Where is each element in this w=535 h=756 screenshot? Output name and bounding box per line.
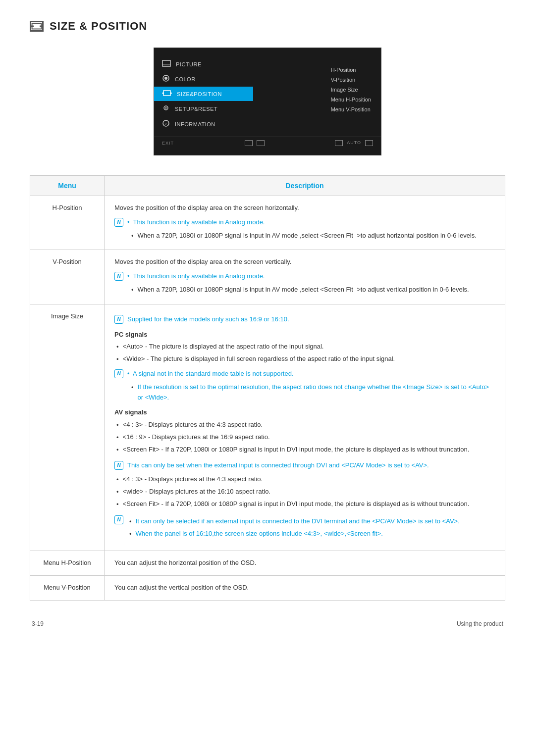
desc-cell-menuvpos: You can adjust the vertical position of … (105, 576, 505, 601)
osd-sub-vpos: V-Position (331, 77, 371, 83)
av2-bullet-wide: <wide> - Displays pictures at the 16:10 … (114, 487, 495, 498)
note-icon-hpos: N (114, 218, 123, 227)
table-row-menuvpos: Menu V-Position You can adjust the verti… (30, 576, 505, 601)
osd-auto-label: AUTO (347, 140, 361, 146)
osd-picture-label: PICTURE (176, 61, 230, 67)
footer-page-number: 3-19 (32, 620, 44, 627)
av-signals-heading: AV signals (114, 407, 495, 418)
final-note-list: It can only be selected if an external i… (127, 515, 460, 541)
osd-nav-icon-1 (245, 140, 253, 146)
av-signals-list-2: <4 : 3> - Displays pictures at the 4:3 a… (114, 474, 495, 509)
note-text-signal: • A signal not in the standard mode tabl… (127, 369, 294, 379)
note-text-dvi: This can only be set when the external i… (127, 460, 429, 471)
col-header-description: Description (105, 176, 505, 196)
svg-text:i: i (165, 121, 167, 126)
pc-signals-heading: PC signals (114, 330, 495, 340)
av2-bullet-43: <4 : 3> - Displays pictures at the 4:3 a… (114, 474, 495, 485)
svg-rect-0 (32, 24, 42, 29)
imgsize-note-wide: N Supplied for the wide models only such… (114, 314, 495, 325)
main-table: Menu Description H-Position Moves the po… (30, 175, 505, 601)
table-row-imagesize: Image Size N Supplied for the wide model… (30, 304, 505, 551)
av-bullet-169: <16 : 9> - Displays pictures at the 16:9… (114, 432, 495, 443)
table-row-hposition: H-Position Moves the position of the dis… (30, 196, 505, 250)
svg-rect-3 (162, 60, 170, 66)
av-signals-list: <4 : 3> - Displays pictures at the 4:3 a… (114, 420, 495, 455)
osd-item-picture: PICTURE (154, 57, 253, 71)
note-icon-dvi: N (114, 461, 123, 470)
desc-cell-menuhpos: You can adjust the horizontal position o… (105, 551, 505, 576)
table-row-vposition: V-Position Moves the position of the dis… (30, 250, 505, 304)
osd-submenu: H-Position V-Position Image Size Menu H-… (321, 57, 381, 122)
osd-setup-label: SETUP&RESET (175, 106, 229, 112)
signal-sub-list: If the resolution is set to the optimal … (114, 382, 495, 403)
svg-point-6 (164, 77, 167, 80)
note-icon-final: N (114, 515, 123, 524)
desc-cell-imagesize: N Supplied for the wide models only such… (105, 304, 505, 551)
imgsize-note-signal: N • A signal not in the standard mode ta… (114, 369, 495, 403)
osd-nav-icons-right: AUTO (335, 140, 373, 146)
svg-rect-7 (163, 91, 170, 96)
osd-info-label: INFORMATION (175, 121, 229, 127)
osd-sub-hpos: H-Position (331, 67, 371, 73)
osd-exit-label: EXIT (162, 141, 174, 146)
note-icon-signal: N (114, 369, 123, 378)
menu-cell-imagesize: Image Size (30, 304, 105, 551)
imgsize-note-final: N It can only be selected if an external… (114, 515, 495, 541)
osd-menu: PICTURE COLOR SIZE&POSITION (154, 48, 381, 155)
hpos-bullet-1: When a 720P, 1080i or 1080P signal is in… (129, 231, 495, 242)
av2-bullet-screenfit: <Screen Fit> - If a 720P, 1080i or 1080P… (114, 499, 495, 510)
menu-cell-vposition: V-Position (30, 250, 105, 304)
osd-nav-icon-3 (335, 140, 343, 146)
vpos-bullet-1: When a 720P, 1080i or 1080P signal is in… (129, 285, 495, 296)
osd-nav-icon-4 (365, 140, 373, 146)
osd-sub-menuhpos: Menu H-Position (331, 97, 371, 102)
size-icon (162, 90, 172, 98)
final-note-2: When the panel is of 16:10,the screen si… (127, 529, 460, 540)
vpos-note-text: • This function is only available in Ana… (127, 271, 265, 282)
pc-signals-list: <Auto> - The picture is displayed at the… (114, 342, 495, 365)
note-icon-wide: N (114, 315, 123, 324)
desc-cell-vposition: Moves the position of the display area o… (105, 250, 505, 304)
info-icon: i (162, 119, 170, 129)
av-bullet-screenfit: <Screen Fit> - If a 720P, 1080i or 1080P… (114, 445, 495, 455)
picture-icon (162, 60, 171, 68)
vpos-note: N • This function is only available in A… (114, 271, 495, 282)
hpos-main-text: Moves the position of the display area o… (114, 203, 495, 213)
svg-point-11 (165, 107, 167, 109)
gear-icon (162, 104, 170, 113)
color-icon (162, 74, 170, 84)
menu-cell-menuhpos: Menu H-Position (30, 551, 105, 576)
vpos-main-text: Moves the position of the display area o… (114, 257, 495, 267)
col-header-menu: Menu (30, 176, 105, 196)
osd-item-setup: SETUP&RESET (154, 101, 253, 116)
note-line-final: N It can only be selected if an external… (114, 515, 495, 541)
note-icon-vpos: N (114, 272, 123, 281)
osd-sub-imgsize: Image Size (331, 87, 371, 93)
page-footer: 3-19 Using the product (30, 620, 505, 627)
hpos-bullet-list: When a 720P, 1080i or 1080P signal is in… (114, 231, 495, 242)
signal-sub-bullet: If the resolution is set to the optimal … (129, 382, 495, 403)
osd-bottom-bar: EXIT AUTO (154, 137, 381, 149)
page-title: SIZE & POSITION (50, 20, 147, 33)
pc-bullet-auto: <Auto> - The picture is displayed at the… (114, 342, 495, 353)
vpos-bullet-list: When a 720P, 1080i or 1080P signal is in… (114, 285, 495, 296)
table-row-menuhpos: Menu H-Position You can adjust the horiz… (30, 551, 505, 576)
osd-item-info: i INFORMATION (154, 116, 253, 132)
osd-screenshot: PICTURE COLOR SIZE&POSITION (30, 48, 505, 155)
osd-size-label: SIZE&POSITION (177, 91, 231, 97)
hpos-note-text: • This function is only available in Ana… (127, 217, 265, 228)
osd-item-size: SIZE&POSITION (154, 87, 253, 101)
osd-sub-menuvpos: Menu V-Position (331, 106, 371, 112)
desc-cell-hposition: Moves the position of the display area o… (105, 196, 505, 250)
osd-nav-icon-2 (257, 140, 265, 146)
imgsize-note-dvi: N This can only be set when the external… (114, 460, 495, 471)
size-position-icon (30, 21, 44, 32)
osd-color-label: COLOR (175, 76, 229, 82)
osd-item-color: COLOR (154, 71, 253, 87)
av-bullet-43: <4 : 3> - Displays pictures at the 4:3 a… (114, 420, 495, 431)
page-header: SIZE & POSITION (30, 20, 505, 33)
hpos-note: N • This function is only available in A… (114, 217, 495, 228)
imgsize-wide-text: Supplied for the wide models only such a… (127, 314, 289, 325)
menu-cell-hposition: H-Position (30, 196, 105, 250)
note-line-dvi: N This can only be set when the external… (114, 460, 495, 471)
